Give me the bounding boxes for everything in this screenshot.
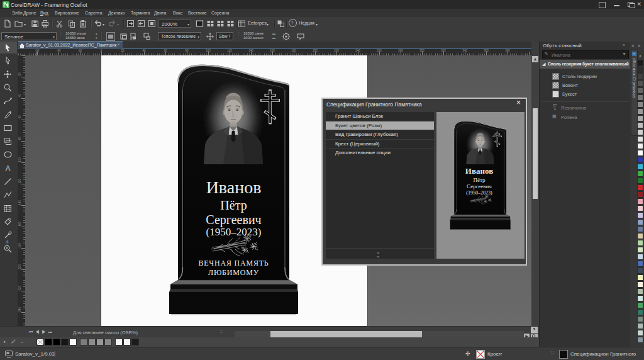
svg-text:Пётр: Пётр [473,177,486,183]
svg-text:Сергеевич: Сергеевич [467,183,492,189]
svg-text:Иванов: Иванов [465,166,493,176]
svg-text:Б: Б [130,37,133,41]
svg-text:(1950–2023): (1950–2023) [206,226,262,238]
svg-text:Сергеевич: Сергеевич [206,213,261,227]
svg-text:Иванов: Иванов [206,177,262,197]
svg-text:(1950–2023): (1950–2023) [466,190,492,196]
svg-text:ВЕЧНАЯ ПАМЯТЬ: ВЕЧНАЯ ПАМЯТЬ [198,259,269,267]
svg-text:ЛЮБИМОМУ: ЛЮБИМОМУ [208,268,259,277]
svg-text:Пётр: Пётр [220,198,247,213]
svg-text:A: A [6,164,11,173]
